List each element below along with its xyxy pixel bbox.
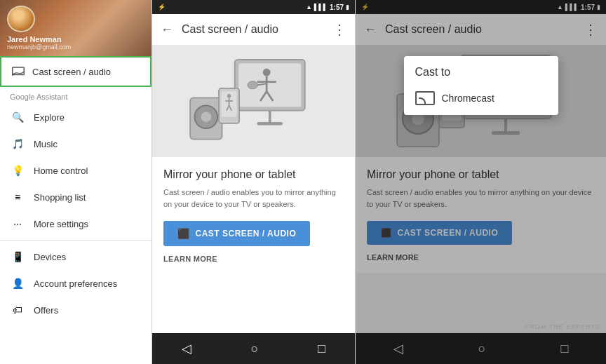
offers-icon: 🏷	[10, 302, 25, 318]
explore-icon: 🔍	[10, 109, 25, 125]
time-display: 1:57	[330, 4, 344, 11]
home-nav-button[interactable]: ○	[245, 336, 264, 362]
status-bar: ⚡ ▲ ▌▌▌ 1:57 ▮	[152, 0, 355, 14]
page-title: Cast screen / audio	[182, 23, 332, 36]
more-settings-icon: ···	[10, 216, 25, 231]
home-control-label: Home control	[34, 166, 88, 176]
account-label: Account preferences	[34, 278, 117, 289]
shopping-list-icon: ≡	[10, 189, 25, 205]
music-icon: 🎵	[10, 136, 25, 151]
explore-label: Explore	[34, 112, 65, 123]
music-label: Music	[34, 139, 58, 149]
cast-button-icon: ⬛	[177, 228, 190, 239]
chromecast-label: Chromecast	[442, 93, 494, 104]
cast-screen-audio-item[interactable]: Cast screen / audio	[0, 56, 152, 87]
header-overlay: Jared Newman newmanjb@gmail.com	[0, 0, 152, 56]
svg-rect-5	[257, 122, 282, 126]
back-button[interactable]: ←	[161, 22, 173, 37]
menu-item-more-settings[interactable]: ··· More settings	[0, 210, 152, 237]
offers-label: Offers	[34, 305, 58, 316]
chromecast-icon	[415, 91, 435, 105]
svg-point-18	[227, 94, 230, 97]
user-email: newmanjb@gmail.com	[7, 43, 144, 50]
devices-label: Devices	[34, 252, 66, 262]
cast-menu-label: Cast screen / audio	[32, 67, 111, 77]
cast-description: Cast screen / audio enables you to mirro…	[163, 187, 344, 210]
wifi-icon: ▲	[306, 4, 312, 11]
cast-button-label: CAST SCREEN / AUDIO	[196, 229, 297, 238]
cast-content: Mirror your phone or tablet Cast screen …	[152, 157, 355, 333]
status-right: ▲ ▌▌▌ 1:57 ▮	[306, 4, 349, 11]
menu-item-offers[interactable]: 🏷 Offers	[0, 297, 152, 323]
status-left: ⚡	[158, 4, 166, 11]
shopping-list-label: Shopping list	[34, 192, 86, 203]
menu-item-account-preferences[interactable]: 👤 Account preferences	[0, 270, 152, 297]
bluetooth-icon: ⚡	[158, 4, 166, 11]
user-name: Jared Newman	[7, 35, 144, 43]
menu-item-explore[interactable]: 🔍 Explore	[0, 104, 152, 130]
cast-screen-panel-right: ⚡ ▲ ▌▌▌ 1:57 ▮ ← Cast screen / audio ⋮	[355, 0, 606, 364]
nav-bar: ◁ ○ □	[152, 333, 355, 364]
cast-screen-audio-button[interactable]: ⬛ CAST SCREEN / AUDIO	[163, 221, 310, 246]
divider	[0, 240, 152, 241]
drawer-header: Jared Newman newmanjb@gmail.com	[0, 0, 152, 56]
svg-point-11	[262, 69, 270, 76]
menu-item-home-control[interactable]: 💡 Home control	[0, 157, 152, 184]
mirror-heading: Mirror your phone or tablet	[163, 168, 344, 181]
menu-item-shopping-list[interactable]: ≡ Shopping list	[0, 184, 152, 210]
account-icon: 👤	[10, 276, 25, 291]
recent-nav-button[interactable]: □	[312, 336, 331, 362]
topbar: ← Cast screen / audio ⋮	[152, 14, 355, 45]
cast-icon	[11, 65, 25, 79]
cast-to-dialog: Cast to Chromecast	[404, 56, 558, 115]
menu-item-devices[interactable]: 📱 Devices	[0, 243, 152, 270]
svg-point-16	[247, 81, 257, 89]
side-drawer: Jared Newman newmanjb@gmail.com Cast scr…	[0, 0, 152, 364]
cast-illustration	[152, 45, 355, 157]
learn-more-link[interactable]: LEARN MORE	[163, 255, 344, 263]
back-nav-button[interactable]: ◁	[176, 335, 197, 362]
cast-screen-panel: ⚡ ▲ ▌▌▌ 1:57 ▮ ← Cast screen / audio ⋮	[152, 0, 355, 364]
home-control-icon: 💡	[10, 163, 25, 178]
menu-item-music[interactable]: 🎵 Music	[0, 130, 152, 157]
avatar	[7, 6, 35, 32]
signal-icon: ▌▌▌	[314, 4, 328, 11]
svg-point-8	[201, 112, 211, 122]
cast-dialog-overlay[interactable]: Cast to Chromecast	[356, 0, 606, 364]
cast-to-title: Cast to	[404, 56, 558, 84]
devices-icon: 📱	[10, 249, 25, 264]
section-title: Google Assistant	[0, 87, 152, 104]
more-settings-label: More settings	[34, 219, 88, 229]
avatar-image	[8, 7, 34, 31]
chromecast-device-item[interactable]: Chromecast	[404, 84, 558, 115]
battery-icon: ▮	[346, 4, 349, 11]
more-options-button[interactable]: ⋮	[332, 21, 346, 38]
